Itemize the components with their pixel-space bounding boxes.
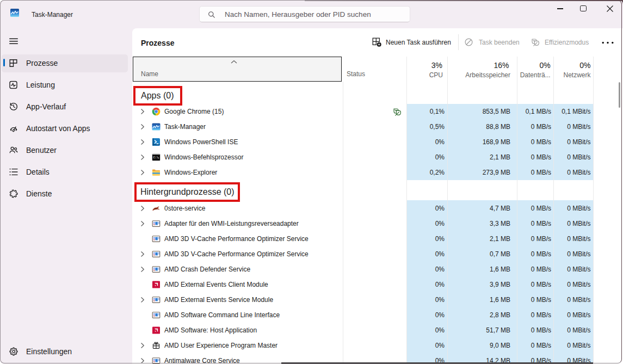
svg-text:C:\: C:\ — [153, 156, 159, 159]
